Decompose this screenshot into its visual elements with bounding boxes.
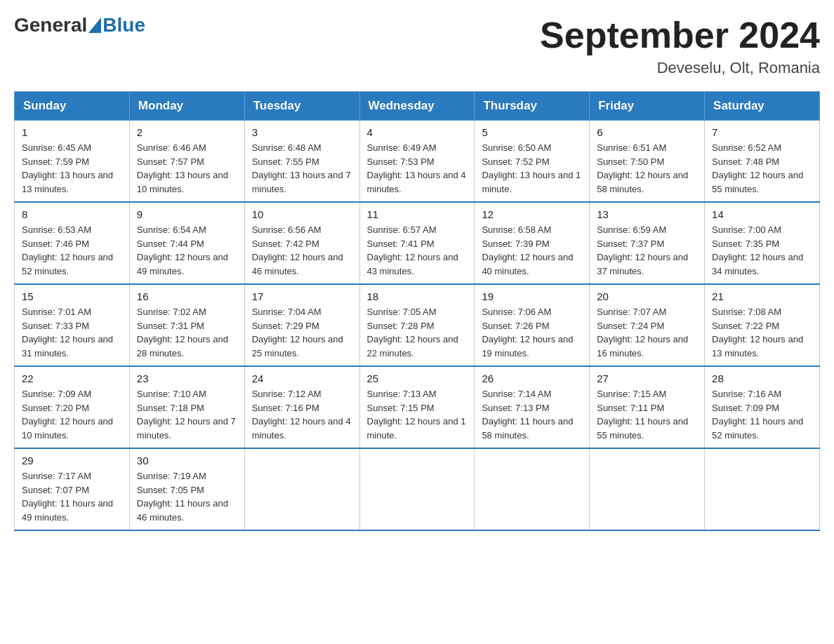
calendar-day-cell: 8 Sunrise: 6:53 AMSunset: 7:46 PMDayligh…	[15, 202, 130, 284]
calendar-day-cell: 18 Sunrise: 7:05 AMSunset: 7:28 PMDaylig…	[359, 284, 475, 366]
day-info: Sunrise: 6:52 AMSunset: 7:48 PMDaylight:…	[712, 142, 803, 194]
day-info: Sunrise: 6:46 AMSunset: 7:57 PMDaylight:…	[137, 142, 228, 194]
day-info: Sunrise: 7:07 AMSunset: 7:24 PMDaylight:…	[597, 307, 688, 358]
calendar-week-row: 1 Sunrise: 6:45 AMSunset: 7:59 PMDayligh…	[15, 121, 820, 203]
day-number: 24	[252, 373, 352, 384]
day-number: 16	[137, 290, 237, 302]
month-year-title: September 2024	[540, 14, 820, 56]
day-info: Sunrise: 6:49 AMSunset: 7:53 PMDaylight:…	[367, 142, 466, 194]
day-number: 2	[137, 126, 237, 138]
day-number: 1	[22, 126, 122, 138]
day-number: 30	[137, 455, 237, 467]
day-number: 21	[712, 290, 812, 302]
calendar-day-cell: 30 Sunrise: 7:19 AMSunset: 7:05 PMDaylig…	[129, 448, 244, 530]
day-info: Sunrise: 6:57 AMSunset: 7:41 PMDaylight:…	[367, 224, 458, 276]
calendar-day-cell: 23 Sunrise: 7:10 AMSunset: 7:18 PMDaylig…	[129, 366, 244, 448]
calendar-day-cell	[590, 448, 705, 530]
calendar-day-cell: 10 Sunrise: 6:56 AMSunset: 7:42 PMDaylig…	[244, 202, 359, 284]
title-section: September 2024 Deveselu, Olt, Romania	[540, 14, 820, 77]
day-info: Sunrise: 7:15 AMSunset: 7:11 PMDaylight:…	[597, 389, 688, 441]
calendar-day-cell	[359, 448, 475, 530]
calendar-day-cell: 13 Sunrise: 6:59 AMSunset: 7:37 PMDaylig…	[590, 202, 705, 284]
day-info: Sunrise: 7:09 AMSunset: 7:20 PMDaylight:…	[22, 389, 113, 441]
day-info: Sunrise: 6:50 AMSunset: 7:52 PMDaylight:…	[482, 142, 581, 194]
weekday-header-friday: Friday	[590, 92, 705, 121]
day-number: 19	[482, 290, 582, 302]
day-number: 6	[597, 126, 697, 138]
weekday-header-monday: Monday	[129, 92, 244, 121]
calendar-day-cell: 26 Sunrise: 7:14 AMSunset: 7:13 PMDaylig…	[475, 366, 590, 448]
calendar-day-cell: 20 Sunrise: 7:07 AMSunset: 7:24 PMDaylig…	[590, 284, 705, 366]
day-number: 9	[137, 208, 237, 220]
calendar-day-cell: 3 Sunrise: 6:48 AMSunset: 7:55 PMDayligh…	[244, 121, 359, 203]
calendar-day-cell	[475, 448, 590, 530]
day-info: Sunrise: 7:01 AMSunset: 7:33 PMDaylight:…	[22, 307, 113, 358]
calendar-week-row: 29 Sunrise: 7:17 AMSunset: 7:07 PMDaylig…	[15, 448, 820, 530]
weekday-header-thursday: Thursday	[475, 92, 590, 121]
day-info: Sunrise: 7:06 AMSunset: 7:26 PMDaylight:…	[482, 307, 573, 358]
calendar-day-cell: 7 Sunrise: 6:52 AMSunset: 7:48 PMDayligh…	[705, 121, 820, 203]
day-number: 25	[367, 373, 468, 384]
calendar-day-cell	[705, 448, 820, 530]
day-info: Sunrise: 6:54 AMSunset: 7:44 PMDaylight:…	[137, 224, 228, 276]
day-info: Sunrise: 6:56 AMSunset: 7:42 PMDaylight:…	[252, 224, 343, 276]
calendar-day-cell: 22 Sunrise: 7:09 AMSunset: 7:20 PMDaylig…	[15, 366, 130, 448]
day-info: Sunrise: 6:58 AMSunset: 7:39 PMDaylight:…	[482, 224, 573, 276]
day-number: 11	[367, 208, 468, 220]
calendar-day-cell: 25 Sunrise: 7:13 AMSunset: 7:15 PMDaylig…	[359, 366, 475, 448]
day-number: 17	[252, 290, 352, 302]
day-info: Sunrise: 6:59 AMSunset: 7:37 PMDaylight:…	[597, 224, 688, 276]
weekday-header-wednesday: Wednesday	[359, 92, 475, 121]
day-number: 26	[482, 373, 582, 384]
calendar-day-cell: 29 Sunrise: 7:17 AMSunset: 7:07 PMDaylig…	[15, 448, 130, 530]
calendar-day-cell: 27 Sunrise: 7:15 AMSunset: 7:11 PMDaylig…	[590, 366, 705, 448]
day-info: Sunrise: 7:14 AMSunset: 7:13 PMDaylight:…	[482, 389, 573, 441]
day-number: 13	[597, 208, 697, 220]
calendar-day-cell: 17 Sunrise: 7:04 AMSunset: 7:29 PMDaylig…	[244, 284, 359, 366]
day-number: 7	[712, 126, 812, 138]
day-number: 18	[367, 290, 468, 302]
calendar-day-cell: 14 Sunrise: 7:00 AMSunset: 7:35 PMDaylig…	[705, 202, 820, 284]
calendar-day-cell: 21 Sunrise: 7:08 AMSunset: 7:22 PMDaylig…	[705, 284, 820, 366]
day-info: Sunrise: 7:00 AMSunset: 7:35 PMDaylight:…	[712, 224, 803, 276]
day-info: Sunrise: 6:45 AMSunset: 7:59 PMDaylight:…	[22, 142, 113, 194]
day-number: 3	[252, 126, 352, 138]
calendar-day-cell	[244, 448, 359, 530]
logo-general-text: General	[14, 14, 87, 36]
weekday-header-saturday: Saturday	[705, 92, 820, 121]
day-info: Sunrise: 7:04 AMSunset: 7:29 PMDaylight:…	[252, 307, 343, 358]
weekday-header-tuesday: Tuesday	[244, 92, 359, 121]
day-info: Sunrise: 7:13 AMSunset: 7:15 PMDaylight:…	[367, 389, 466, 441]
day-number: 4	[367, 126, 468, 138]
calendar-table: SundayMondayTuesdayWednesdayThursdayFrid…	[14, 91, 820, 531]
day-info: Sunrise: 7:16 AMSunset: 7:09 PMDaylight:…	[712, 389, 803, 441]
day-info: Sunrise: 7:19 AMSunset: 7:05 PMDaylight:…	[137, 471, 228, 523]
day-info: Sunrise: 7:12 AMSunset: 7:16 PMDaylight:…	[252, 389, 351, 441]
calendar-day-cell: 4 Sunrise: 6:49 AMSunset: 7:53 PMDayligh…	[359, 121, 475, 203]
day-info: Sunrise: 7:17 AMSunset: 7:07 PMDaylight:…	[22, 471, 113, 523]
location-subtitle: Deveselu, Olt, Romania	[540, 59, 820, 77]
day-number: 15	[22, 290, 122, 302]
calendar-day-cell: 19 Sunrise: 7:06 AMSunset: 7:26 PMDaylig…	[475, 284, 590, 366]
day-number: 8	[22, 208, 122, 220]
page-header: General Blue September 2024 Deveselu, Ol…	[14, 14, 820, 77]
day-number: 23	[137, 373, 237, 384]
weekday-header-row: SundayMondayTuesdayWednesdayThursdayFrid…	[15, 92, 820, 121]
calendar-day-cell: 12 Sunrise: 6:58 AMSunset: 7:39 PMDaylig…	[475, 202, 590, 284]
day-number: 14	[712, 208, 812, 220]
logo-blue-text: Blue	[102, 14, 145, 36]
calendar-day-cell: 15 Sunrise: 7:01 AMSunset: 7:33 PMDaylig…	[15, 284, 130, 366]
day-info: Sunrise: 7:10 AMSunset: 7:18 PMDaylight:…	[137, 389, 236, 441]
calendar-week-row: 22 Sunrise: 7:09 AMSunset: 7:20 PMDaylig…	[15, 366, 820, 448]
weekday-header-sunday: Sunday	[15, 92, 130, 121]
calendar-day-cell: 2 Sunrise: 6:46 AMSunset: 7:57 PMDayligh…	[129, 121, 244, 203]
day-number: 12	[482, 208, 582, 220]
calendar-week-row: 15 Sunrise: 7:01 AMSunset: 7:33 PMDaylig…	[15, 284, 820, 366]
day-number: 29	[22, 455, 122, 467]
calendar-day-cell: 24 Sunrise: 7:12 AMSunset: 7:16 PMDaylig…	[244, 366, 359, 448]
day-info: Sunrise: 7:05 AMSunset: 7:28 PMDaylight:…	[367, 307, 458, 358]
day-info: Sunrise: 6:48 AMSunset: 7:55 PMDaylight:…	[252, 142, 351, 194]
day-info: Sunrise: 7:08 AMSunset: 7:22 PMDaylight:…	[712, 307, 803, 358]
day-info: Sunrise: 6:53 AMSunset: 7:46 PMDaylight:…	[22, 224, 113, 276]
day-number: 28	[712, 373, 812, 384]
